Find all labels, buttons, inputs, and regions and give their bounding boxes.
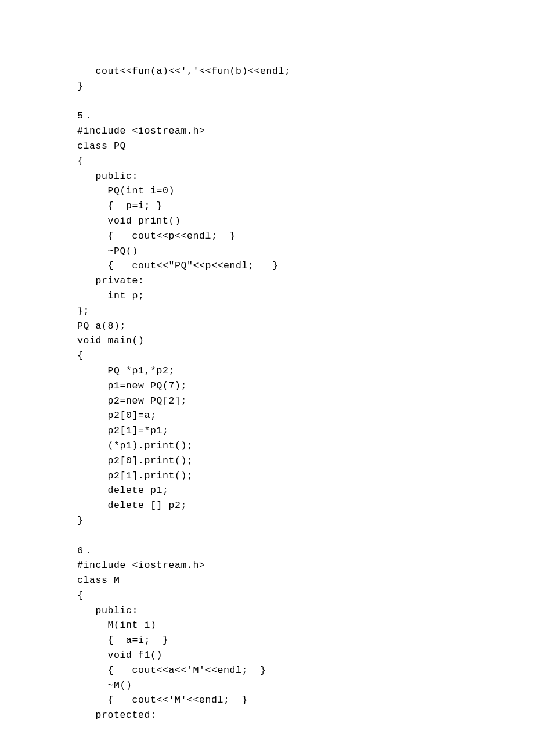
code-line: { cout<<'M'<<endl; } [77, 693, 534, 708]
code-line: p2[0].print(); [77, 453, 534, 469]
code-line: } [77, 79, 534, 94]
code-line: { [77, 588, 534, 603]
code-line: PQ(int i=0) [77, 183, 534, 199]
code-line [77, 528, 534, 543]
code-line: #include <iostream.h> [77, 558, 534, 573]
code-line: 6． [77, 543, 534, 559]
code-line: p2=new PQ[2]; [77, 394, 534, 409]
code-line: { a=i; } [77, 633, 534, 648]
code-line: protected: [77, 708, 534, 723]
code-line: } [77, 513, 534, 528]
code-line: void f1() [77, 648, 534, 663]
code-line: { cout<<p<<endl; } [77, 229, 534, 244]
code-line: int p; [77, 289, 534, 304]
code-line: 5． [77, 109, 534, 124]
code-line: private: [77, 273, 534, 289]
code-line: #include <iostream.h> [77, 124, 534, 139]
code-line: }; [77, 304, 534, 319]
code-line: public: [77, 603, 534, 618]
code-line: PQ *p1,*p2; [77, 363, 534, 379]
code-line: class M [77, 573, 534, 588]
code-document: cout<<fun(a)<<','<<fun(b)<<endl;} 5．#inc… [0, 0, 534, 723]
code-line: { cout<<a<<'M'<<endl; } [77, 663, 534, 678]
code-line: { [77, 154, 534, 169]
code-line: void main() [77, 333, 534, 348]
code-line: (*p1).print(); [77, 438, 534, 453]
code-line: PQ a(8); [77, 319, 534, 334]
code-line: { [77, 348, 534, 363]
code-line: public: [77, 169, 534, 184]
code-line: p2[1].print(); [77, 469, 534, 484]
code-line: p1=new PQ(7); [77, 379, 534, 394]
code-line: p2[0]=a; [77, 408, 534, 423]
code-line: M(int i) [77, 618, 534, 633]
code-line: delete p1; [77, 483, 534, 498]
code-line [77, 94, 534, 109]
code-line: class PQ [77, 139, 534, 154]
code-line: ~PQ() [77, 244, 534, 259]
code-line: { p=i; } [77, 199, 534, 214]
code-line: delete [] p2; [77, 498, 534, 513]
code-line: cout<<fun(a)<<','<<fun(b)<<endl; [77, 64, 534, 79]
code-line: { cout<<"PQ"<<p<<endl; } [77, 258, 534, 273]
code-line: void print() [77, 214, 534, 229]
code-line: ~M() [77, 678, 534, 693]
code-line: p2[1]=*p1; [77, 423, 534, 438]
